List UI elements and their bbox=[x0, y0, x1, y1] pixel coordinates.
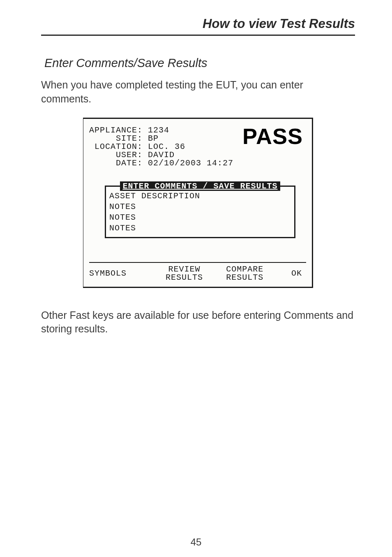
softkey-review-results[interactable]: REVIEW RESULTS bbox=[154, 265, 214, 282]
comments-legend-text: ENTER COMMENTS / SAVE RESULTS bbox=[120, 181, 280, 191]
comments-box: ENTER COMMENTS / SAVE RESULTS ASSET DESC… bbox=[105, 186, 295, 238]
comment-line-notes-2: NOTES bbox=[109, 212, 291, 223]
comment-line-notes-1: NOTES bbox=[109, 202, 291, 212]
page: How to view Test Results Enter Comments/… bbox=[0, 0, 392, 557]
comments-legend: ENTER COMMENTS / SAVE RESULTS bbox=[109, 181, 291, 191]
info-block: APPLIANCE: 1234 SITE: BP LOCATION: LOC. … bbox=[89, 126, 233, 167]
date-value: 02/10/2003 14:27 bbox=[148, 158, 233, 168]
softkey-ok[interactable]: OK bbox=[275, 269, 305, 278]
comment-line-asset: ASSET DESCRIPTION bbox=[109, 191, 291, 202]
user-row: USER: DAVID bbox=[89, 151, 233, 159]
appliance-row: APPLIANCE: 1234 bbox=[89, 126, 233, 135]
softkey-compare-results[interactable]: COMPARE RESULTS bbox=[214, 265, 275, 282]
page-header: How to view Test Results bbox=[41, 16, 355, 36]
date-row: DATE: 02/10/2003 14:27 bbox=[89, 159, 233, 167]
comments-body: ASSET DESCRIPTION NOTES NOTES NOTES bbox=[109, 188, 291, 234]
section-title: Enter Comments/Save Results bbox=[44, 56, 355, 70]
pass-badge: PASS bbox=[242, 126, 306, 146]
screen-top: APPLIANCE: 1234 SITE: BP LOCATION: LOC. … bbox=[89, 126, 306, 167]
softkey-symbols[interactable]: SYMBOLS bbox=[89, 269, 154, 278]
device-screen: APPLIANCE: 1234 SITE: BP LOCATION: LOC. … bbox=[83, 118, 313, 288]
intro-paragraph: When you have completed testing the EUT,… bbox=[41, 78, 355, 106]
location-row: LOCATION: LOC. 36 bbox=[89, 143, 233, 151]
site-row: SITE: BP bbox=[89, 135, 233, 143]
outro-paragraph: Other Fast keys are available for use be… bbox=[41, 309, 355, 337]
page-number: 45 bbox=[0, 536, 392, 548]
comment-line-notes-3: NOTES bbox=[109, 223, 291, 234]
comments-box-wrap: ENTER COMMENTS / SAVE RESULTS ASSET DESC… bbox=[105, 186, 295, 238]
softkeys: SYMBOLS REVIEW RESULTS COMPARE RESULTS O… bbox=[89, 262, 306, 284]
date-label: DATE: bbox=[116, 158, 143, 168]
